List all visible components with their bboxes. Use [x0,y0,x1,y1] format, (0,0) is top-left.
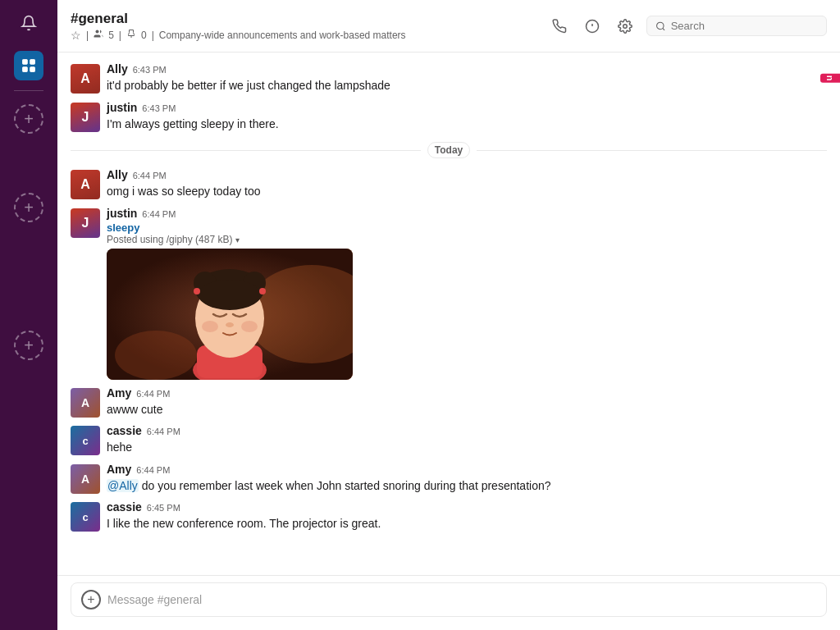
message-text: @Ally do you remember last week when Joh… [107,477,827,495]
avatar [71,170,100,199]
avatar: c [71,502,100,532]
message-time: 6:44 PM [136,389,170,399]
table-row: c cassie 6:45 PM I like the new conferen… [57,497,840,536]
channel-name: #general [71,11,548,27]
avatar: c [71,426,100,455]
avatar [71,64,100,94]
date-divider-label: Today [427,142,470,158]
avatar [71,208,100,238]
message-author[interactable]: cassie [107,424,142,437]
message-content: justin 6:44 PM sleepy Posted using /giph… [107,207,827,380]
sidebar-icon-notifications[interactable] [14,8,43,38]
search-box[interactable] [646,16,827,36]
message-content: justin 6:43 PM I'm always getting sleepy… [107,101,827,133]
message-author[interactable]: Ally [107,168,128,181]
channel-pins-icon [126,29,136,41]
svg-rect-0 [23,60,28,65]
avatar: A [71,464,100,494]
message-header: Ally 6:43 PM [107,62,827,75]
channel-members-icon [94,29,103,41]
plus-icon2: + [24,199,34,217]
giphy-meta: Posted using /giphy (487 kB) ▾ [107,234,827,245]
message-content: Amy 6:44 PM awww cute [107,386,827,418]
svg-point-14 [115,331,197,380]
message-content: cassie 6:45 PM I like the new conference… [107,500,827,532]
message-header: Amy 6:44 PM [107,463,827,476]
message-header: Ally 6:44 PM [107,168,827,181]
sidebar-add-workspace[interactable]: + [14,104,43,134]
call-icon-btn[interactable] [548,15,571,38]
channel-pins-count: 0 [141,30,147,41]
message-header: justin 6:43 PM [107,101,827,114]
plus-icon3: + [24,336,34,355]
channel-star[interactable]: ☆ [71,29,81,42]
messages-area[interactable]: Ally 6:43 PM it'd probably be better if … [57,52,840,575]
message-mention[interactable]: @Ally [107,479,139,492]
message-content: Ally 6:44 PM omg i was so sleepy today t… [107,168,827,200]
new-messages-bar: n [820,74,840,83]
message-author[interactable]: justin [107,101,137,114]
channel-description: Company-wide announcements and work-base… [159,30,406,41]
message-author[interactable]: justin [107,207,137,220]
svg-rect-2 [23,67,28,72]
gif-image [107,249,353,380]
message-header: Amy 6:44 PM [107,386,827,399]
sidebar-add-workspace2[interactable]: + [14,193,43,222]
channel-meta-divider1: | [86,30,89,41]
message-content: Ally 6:43 PM it'd probably be better if … [107,62,827,94]
channel-header: #general ☆ | 5 | 0 | Company-wide announ… [57,0,840,52]
channel-name-text: #general [71,11,128,27]
message-content: cassie 6:44 PM hehe [107,424,827,456]
message-header: cassie 6:44 PM [107,424,827,437]
message-text: awww cute [107,401,827,418]
message-header: justin 6:44 PM [107,207,827,220]
table-row: Ally 6:43 PM it'd probably be better if … [57,59,840,98]
channel-meta-divider3: | [152,30,154,41]
table-row: c cassie 6:44 PM hehe [57,421,840,459]
svg-point-25 [226,322,234,327]
message-input[interactable] [107,593,816,606]
message-author[interactable]: cassie [107,500,142,514]
sidebar-rail: + + + [0,0,57,630]
svg-point-4 [96,30,99,34]
sidebar-add-workspace3[interactable]: + [14,331,43,360]
channel-members-count: 5 [108,30,114,41]
svg-point-22 [199,280,261,309]
message-time: 6:43 PM [133,65,167,75]
message-author[interactable]: Amy [107,463,131,476]
date-divider: Today [57,135,840,165]
settings-icon-btn[interactable] [614,15,637,38]
message-text: I'm always getting sleepy in there. [107,116,827,133]
message-time: 6:44 PM [142,209,176,219]
date-divider-line-right [477,150,827,151]
svg-line-11 [663,28,664,30]
svg-rect-3 [30,67,35,72]
table-row: Ally 6:44 PM omg i was so sleepy today t… [57,165,840,203]
giphy-chevron-icon[interactable]: ▾ [235,235,240,244]
message-time: 6:44 PM [147,427,180,436]
message-author[interactable]: Ally [107,62,128,75]
giphy-word[interactable]: sleepy [107,221,827,234]
message-author[interactable]: Amy [107,386,131,399]
table-row: justin 6:44 PM sleepy Posted using /giph… [57,203,840,383]
message-text: omg i was so sleepy today too [107,183,827,200]
message-text: it'd probably be better if we just chang… [107,77,827,94]
channel-header-left: #general ☆ | 5 | 0 | Company-wide announ… [71,11,548,42]
search-input[interactable] [671,20,818,32]
message-text: hehe [107,439,827,456]
channel-meta-divider2: | [119,30,121,41]
message-text-body: do you remember last week when John star… [139,479,551,492]
sidebar-divider1 [14,90,43,91]
info-icon-btn[interactable] [581,15,604,38]
message-input-area: + [57,575,840,630]
channel-meta: ☆ | 5 | 0 | Company-wide announcements a… [71,29,548,42]
search-icon [655,21,666,32]
table-row: A Amy 6:44 PM @Ally do you remember last… [57,459,840,498]
channel-panel: #general ☆ | 5 | 0 | Company-wide announ… [57,0,840,630]
avatar: A [71,388,100,418]
add-attachment-button[interactable]: + [81,590,101,609]
svg-point-10 [657,22,664,29]
svg-point-23 [202,321,218,332]
message-time: 6:44 PM [136,465,170,475]
sidebar-icon-workspace1[interactable] [14,51,43,80]
